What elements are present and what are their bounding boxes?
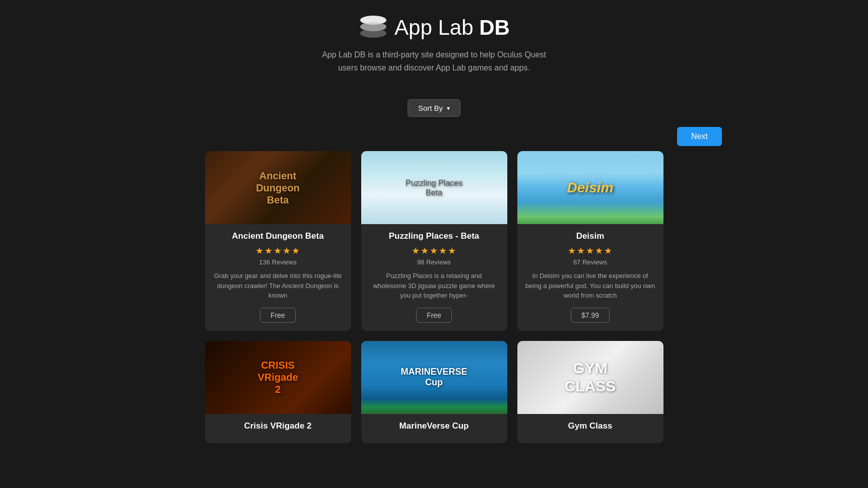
card-image-overlay-gym-class: GYM CLASS [517, 341, 663, 414]
card-deisim[interactable]: DeisimDeisim★★★★★67 ReviewsIn Deisim you… [517, 151, 663, 331]
card-image-label-puzzling-places-beta: Puzzling Places Beta [406, 178, 462, 197]
card-title-deisim: Deisim [525, 231, 655, 241]
card-image-label-ancient-dungeon-beta: Ancient Dungeon Beta [256, 170, 300, 206]
card-puzzling-places-beta[interactable]: Puzzling Places BetaPuzzling Places - Be… [361, 151, 507, 331]
card-price-button-deisim[interactable]: $7.99 [571, 308, 610, 323]
card-image-gym-class: GYM CLASS [517, 341, 663, 414]
card-price-button-ancient-dungeon-beta[interactable]: Free [260, 308, 296, 323]
card-image-deisim: Deisim [517, 151, 663, 224]
card-description-ancient-dungeon-beta: Grab your gear and delve into this rogue… [213, 271, 343, 301]
logo-container: App Lab DB [10, 15, 858, 40]
card-title-gym-class: Gym Class [525, 421, 655, 431]
card-body-deisim: Deisim★★★★★67 ReviewsIn Deisim you can l… [517, 224, 663, 331]
card-image-marineverse-cup: MARINEVERSE Cup [361, 341, 507, 414]
card-body-ancient-dungeon-beta: Ancient Dungeon Beta★★★★★136 ReviewsGrab… [205, 224, 351, 331]
next-button[interactable]: Next [677, 127, 722, 146]
card-reviews-puzzling-places-beta: 98 Reviews [369, 258, 499, 266]
subtitle: App Lab DB is a third-party site designe… [10, 48, 858, 74]
card-title-ancient-dungeon-beta: Ancient Dungeon Beta [213, 231, 343, 241]
card-stars-ancient-dungeon-beta: ★★★★★ [213, 245, 343, 256]
card-image-overlay-marineverse-cup: MARINEVERSE Cup [361, 341, 507, 414]
card-title-marineverse-cup: MarineVerse Cup [369, 421, 499, 431]
card-image-overlay-deisim: Deisim [517, 151, 663, 224]
card-image-ancient-dungeon-beta: Ancient Dungeon Beta [205, 151, 351, 224]
card-ancient-dungeon-beta[interactable]: Ancient Dungeon BetaAncient Dungeon Beta… [205, 151, 351, 331]
page-header: App Lab DB App Lab DB is a third-party s… [0, 0, 868, 99]
card-image-crisis-vrigade-2: CRISIS VRigade 2 [205, 341, 351, 414]
app-lab-db-logo-icon [358, 15, 388, 40]
svg-point-2 [360, 29, 386, 38]
card-title-puzzling-places-beta: Puzzling Places - Beta [369, 231, 499, 241]
card-description-deisim: In Deisim you can live the experience of… [525, 271, 655, 301]
card-body-crisis-vrigade-2: Crisis VRigade 2 [205, 414, 351, 443]
card-image-label-crisis-vrigade-2: CRISIS VRigade 2 [257, 359, 298, 395]
card-image-label-deisim: Deisim [567, 179, 614, 196]
logo-text: App Lab DB [394, 16, 510, 40]
cards-grid: Ancient Dungeon BetaAncient Dungeon Beta… [0, 151, 868, 463]
top-navigation: Next [0, 127, 868, 151]
card-stars-puzzling-places-beta: ★★★★★ [369, 245, 499, 256]
card-image-overlay-ancient-dungeon-beta: Ancient Dungeon Beta [205, 151, 351, 224]
card-price-button-puzzling-places-beta[interactable]: Free [416, 308, 452, 323]
card-image-label-gym-class: GYM CLASS [565, 359, 616, 395]
card-marineverse-cup[interactable]: MARINEVERSE CupMarineVerse Cup [361, 341, 507, 443]
sort-bar: Sort By ▾ [0, 99, 868, 117]
card-body-puzzling-places-beta: Puzzling Places - Beta★★★★★98 ReviewsPuz… [361, 224, 507, 331]
card-reviews-ancient-dungeon-beta: 136 Reviews [213, 258, 343, 266]
card-crisis-vrigade-2[interactable]: CRISIS VRigade 2Crisis VRigade 2 [205, 341, 351, 443]
sort-by-button[interactable]: Sort By ▾ [408, 99, 460, 117]
card-body-gym-class: Gym Class [517, 414, 663, 443]
card-image-overlay-puzzling-places-beta: Puzzling Places Beta [361, 151, 507, 224]
card-image-overlay-crisis-vrigade-2: CRISIS VRigade 2 [205, 341, 351, 414]
card-reviews-deisim: 67 Reviews [525, 258, 655, 266]
card-gym-class[interactable]: GYM CLASSGym Class [517, 341, 663, 443]
card-stars-deisim: ★★★★★ [525, 245, 655, 256]
card-body-marineverse-cup: MarineVerse Cup [361, 414, 507, 443]
card-description-puzzling-places-beta: Puzzling Places is a relaxing and wholes… [369, 271, 499, 301]
card-image-puzzling-places-beta: Puzzling Places Beta [361, 151, 507, 224]
card-image-label-marineverse-cup: MARINEVERSE Cup [400, 367, 467, 388]
card-title-crisis-vrigade-2: Crisis VRigade 2 [213, 421, 343, 431]
sort-chevron-icon: ▾ [447, 105, 450, 112]
sort-by-label: Sort By [418, 104, 443, 112]
